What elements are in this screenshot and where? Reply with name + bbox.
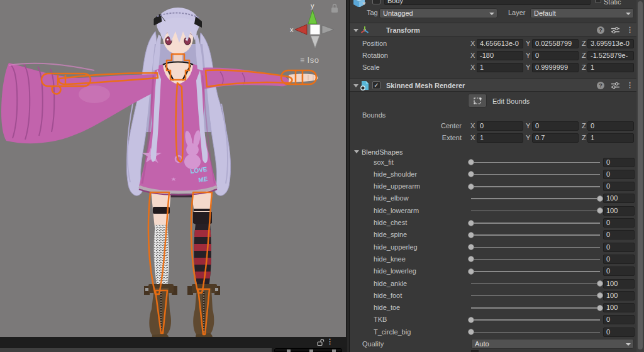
- z-value-field[interactable]: 1: [587, 133, 634, 143]
- blendshapes-foldout-arrow[interactable]: [354, 150, 359, 153]
- slider-knob[interactable]: [468, 232, 474, 238]
- blendshape-label: sox_fit: [374, 158, 468, 166]
- toolbar-icon[interactable]: [332, 349, 336, 352]
- slider-knob[interactable]: [468, 244, 474, 250]
- blendshape-value-field[interactable]: 0: [603, 230, 635, 239]
- scene-view[interactable]: LOVE ME: [0, 0, 346, 337]
- blendshape-slider[interactable]: [471, 279, 600, 289]
- blendshape-slider[interactable]: [471, 315, 600, 324]
- blendshape-value-field[interactable]: 0: [603, 243, 635, 252]
- blendshape-value-field[interactable]: 0: [603, 218, 635, 228]
- gameobject-name-field[interactable]: Body: [384, 0, 591, 5]
- slider-knob[interactable]: [468, 256, 474, 262]
- smr-enabled-checkbox[interactable]: ✓: [372, 81, 380, 89]
- blendshape-slider[interactable]: [471, 170, 600, 179]
- z-value-field[interactable]: 1: [587, 63, 634, 72]
- y-value-field[interactable]: 0: [532, 51, 579, 60]
- slider-knob[interactable]: [597, 195, 603, 202]
- x-value-field[interactable]: 1: [477, 63, 523, 72]
- kebab-menu-icon[interactable]: ⋮: [626, 26, 633, 34]
- vector3-row: PositionX4.656613e-0Y0.02558799Z3.695913…: [350, 39, 636, 49]
- blendshape-value-field[interactable]: 0: [603, 255, 635, 264]
- blendshape-value-field[interactable]: 100: [603, 206, 635, 216]
- blendshape-slider[interactable]: [471, 182, 600, 191]
- presets-icon[interactable]: [611, 82, 620, 89]
- axis-z-label: Z: [582, 40, 586, 47]
- presets-icon[interactable]: [611, 26, 620, 34]
- slider-knob[interactable]: [468, 171, 474, 177]
- blendshape-slider[interactable]: [471, 267, 600, 276]
- blendshape-slider[interactable]: [471, 158, 600, 167]
- help-icon[interactable]: ?: [597, 82, 604, 89]
- unlock-icon[interactable]: [316, 338, 325, 346]
- blendshape-value-field[interactable]: 100: [603, 303, 635, 312]
- blendshape-slider[interactable]: [471, 303, 600, 312]
- help-icon[interactable]: ?: [597, 26, 604, 34]
- blendshape-label: hide_chest: [374, 219, 468, 226]
- blendshape-slider[interactable]: [471, 194, 600, 203]
- slider-track: [471, 223, 600, 224]
- blendshape-value-field[interactable]: 0: [603, 327, 635, 337]
- x-value-field[interactable]: 4.656613e-0: [477, 39, 523, 48]
- gizmo-y-label: y: [311, 2, 314, 9]
- blendshape-value-field[interactable]: 100: [603, 194, 635, 203]
- x-value-field[interactable]: -180: [477, 51, 523, 60]
- slider-knob[interactable]: [468, 317, 474, 323]
- blendshape-slider[interactable]: [471, 327, 600, 337]
- blendshape-value-field[interactable]: 0: [603, 315, 635, 324]
- blendshape-slider[interactable]: [471, 255, 600, 264]
- z-value-field[interactable]: 3.695913e-0: [587, 39, 634, 48]
- skinned-mesh-renderer-header[interactable]: ✓ Skinned Mesh Renderer ? ⋮: [350, 78, 636, 92]
- slider-knob[interactable]: [597, 280, 603, 287]
- y-value-field[interactable]: 0.7: [532, 133, 579, 143]
- slider-knob[interactable]: [597, 305, 603, 311]
- slider-knob[interactable]: [468, 184, 474, 190]
- blendshape-value-field[interactable]: 0: [603, 267, 635, 276]
- axis-z-label: Z: [582, 52, 586, 59]
- panel-menu-icon[interactable]: ⋮: [326, 338, 333, 346]
- blendshape-slider[interactable]: [471, 206, 600, 216]
- kebab-menu-icon[interactable]: ⋮: [626, 81, 633, 89]
- toolbar-icon[interactable]: [287, 349, 291, 352]
- smr-foldout-arrow[interactable]: [353, 84, 358, 87]
- x-value-field[interactable]: 1: [477, 133, 523, 143]
- slider-knob[interactable]: [468, 268, 474, 275]
- toolbar-icon[interactable]: [309, 349, 313, 352]
- transform-header[interactable]: Transform ? ⋮: [350, 23, 636, 36]
- blendshape-slider[interactable]: [471, 291, 600, 300]
- quality-label: Quality: [362, 340, 384, 348]
- blendshape-row: hide_foot 100: [350, 291, 636, 300]
- layer-dropdown[interactable]: Default: [530, 8, 634, 18]
- blendshape-value-field[interactable]: 0: [603, 158, 635, 167]
- prefab-dropdown-arrow[interactable]: [362, 3, 366, 5]
- z-value-field[interactable]: 0: [587, 121, 634, 131]
- axis-y-label: Y: [526, 52, 530, 59]
- y-value-field[interactable]: 0.9999999: [532, 63, 579, 72]
- blendshape-value-field[interactable]: 100: [603, 291, 635, 300]
- slider-knob[interactable]: [468, 220, 474, 226]
- blendshape-slider[interactable]: [471, 243, 600, 252]
- y-value-field[interactable]: 0.02558799: [532, 39, 579, 48]
- blendshape-value-field[interactable]: 100: [603, 279, 635, 289]
- blendshape-slider[interactable]: [471, 218, 600, 228]
- slider-knob[interactable]: [468, 159, 474, 165]
- transform-foldout-arrow[interactable]: [353, 29, 358, 32]
- blendshape-slider[interactable]: [471, 230, 600, 239]
- static-checkbox[interactable]: [595, 0, 601, 3]
- quality-dropdown[interactable]: Auto: [471, 339, 634, 349]
- tag-dropdown[interactable]: Untagged: [379, 8, 497, 18]
- gizmo-projection-toggle[interactable]: ≡Iso: [300, 55, 319, 65]
- scene-3d-render: LOVE ME: [0, 0, 346, 337]
- y-value-field[interactable]: 0: [532, 121, 579, 131]
- slider-knob[interactable]: [597, 207, 603, 214]
- gameobject-active-checkbox[interactable]: [372, 0, 380, 4]
- slider-knob[interactable]: [597, 292, 603, 299]
- axis-y-label: Y: [526, 40, 530, 47]
- edit-bounds-button[interactable]: [468, 94, 487, 107]
- blendshape-value-field[interactable]: 0: [603, 182, 635, 191]
- slider-knob[interactable]: [468, 329, 474, 335]
- z-value-field[interactable]: -1.525879e-: [587, 51, 634, 60]
- blendshape-value-field[interactable]: 0: [603, 170, 635, 179]
- x-value-field[interactable]: 0: [477, 121, 523, 131]
- scrollbar-thumb[interactable]: [638, 1, 643, 349]
